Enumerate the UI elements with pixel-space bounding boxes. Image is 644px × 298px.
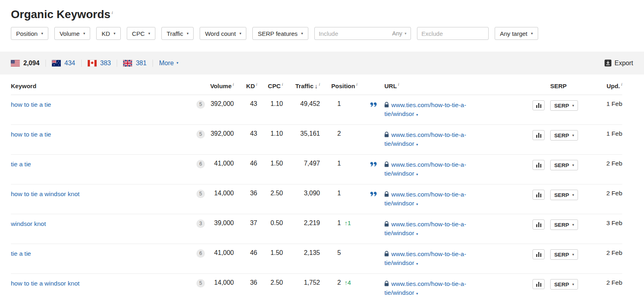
chevron-down-icon[interactable]: ▾ — [416, 262, 418, 266]
keyword-link[interactable]: how to tie a windsor knot — [11, 280, 80, 287]
filter-button-traffic[interactable]: Traffic▾ — [161, 27, 194, 40]
url-link[interactable]: www.ties.com/how-to-tie-a-tie/windsor — [384, 101, 466, 117]
country-tab-united-states[interactable]: 2,094 — [11, 60, 39, 67]
filter-button-word-count[interactable]: Word count▾ — [200, 27, 246, 40]
more-countries-dropdown[interactable]: More ▾ — [159, 60, 178, 67]
chart-cell — [488, 155, 549, 184]
country-tab-canada[interactable]: 383 — [88, 60, 111, 67]
country-keyword-count: 383 — [100, 60, 111, 67]
column-header-serp[interactable]: SERP — [549, 74, 589, 95]
position-history-chart-button[interactable] — [533, 219, 545, 230]
serp-dropdown-button[interactable]: SERP▾ — [550, 190, 578, 200]
url-link[interactable]: www.ties.com/how-to-tie-a-tie/windsor — [384, 161, 466, 177]
traffic-cell: 35,161 — [288, 125, 325, 155]
column-header-keyword[interactable]: Keyword — [11, 74, 205, 95]
serp-dropdown-button[interactable]: SERP▾ — [550, 249, 578, 260]
keyword-cell: how to tie a windsor knot — [11, 184, 191, 214]
position-history-chart-button[interactable] — [533, 160, 545, 170]
divider — [45, 60, 46, 67]
country-keyword-count: 434 — [64, 60, 75, 67]
country-keyword-count: 2,094 — [23, 60, 39, 67]
country-bar: 2,094434383381 More ▾ Export — [0, 52, 644, 74]
serp-dropdown-button[interactable]: SERP▾ — [550, 279, 578, 290]
lock-icon — [384, 221, 389, 227]
filter-button-volume[interactable]: Volume▾ — [54, 27, 91, 40]
exclude-input[interactable] — [417, 27, 489, 40]
chevron-down-icon[interactable]: ▾ — [416, 292, 418, 296]
url-link[interactable]: www.ties.com/how-to-tie-a-tie/windsor — [384, 221, 466, 236]
position-history-chart-button[interactable] — [533, 279, 545, 289]
export-button[interactable]: Export — [605, 60, 633, 67]
column-header-position[interactable]: Positioni — [325, 74, 363, 95]
country-keyword-count: 381 — [136, 60, 147, 67]
position-history-chart-button[interactable] — [533, 130, 545, 140]
chevron-down-icon[interactable]: ▾ — [416, 232, 418, 236]
kd-cell: 36 — [239, 274, 262, 298]
volume-cell: 392,000 — [205, 125, 239, 155]
serp-features-badge[interactable]: 3 — [196, 219, 205, 228]
column-header-volume[interactable]: Volumei — [205, 74, 239, 95]
any-target-dropdown[interactable]: Any target ▾ — [495, 27, 538, 40]
updated-cell: 2 Feb — [589, 274, 622, 298]
keyword-link[interactable]: windsor knot — [11, 220, 46, 227]
url-cell: www.ties.com/how-to-tie-a-tie/windsor▾ — [380, 125, 488, 155]
keywords-table: Keyword Volumei KDi CPCi Traffic↓i Posit… — [11, 74, 622, 298]
lock-icon — [384, 132, 389, 137]
column-header-updated[interactable]: Upd.i — [589, 74, 622, 95]
cpc-cell: 1.50 — [262, 155, 288, 184]
kd-cell: 36 — [239, 184, 262, 214]
keyword-link[interactable]: how to tie a tie — [11, 131, 51, 138]
include-mode-dropdown[interactable]: Any ▾ — [392, 30, 411, 37]
column-header-cpc[interactable]: CPCi — [262, 74, 288, 95]
chevron-down-icon[interactable]: ▾ — [416, 202, 418, 206]
serp-features-badge[interactable]: 5 — [196, 130, 205, 139]
cpc-cell: 1.10 — [262, 95, 288, 125]
column-header-url[interactable]: URLi — [380, 74, 488, 95]
serp-features-badge[interactable]: 6 — [196, 160, 205, 168]
keyword-link[interactable]: tie a tie — [11, 250, 31, 257]
url-link[interactable]: www.ties.com/how-to-tie-a-tie/windsor — [384, 191, 466, 207]
keyword-link[interactable]: tie a tie — [11, 161, 31, 168]
chevron-down-icon: ▾ — [83, 32, 85, 35]
australia-flag-icon — [52, 60, 61, 66]
featured-snippet-quote-icon — [370, 162, 377, 167]
country-tab-united-kingdom[interactable]: 381 — [123, 60, 147, 67]
include-input[interactable] — [315, 30, 392, 37]
keyword-link[interactable]: how to tie a tie — [11, 101, 51, 108]
chart-cell — [488, 274, 549, 298]
filter-button-position[interactable]: Position▾ — [11, 27, 48, 40]
volume-cell: 14,000 — [205, 184, 239, 214]
url-link[interactable]: www.ties.com/how-to-tie-a-tie/windsor — [384, 250, 466, 266]
chevron-down-icon[interactable]: ▾ — [416, 143, 418, 147]
volume-cell: 392,000 — [205, 95, 239, 125]
featured-snippet-cell — [363, 95, 380, 125]
updated-cell: 1 Feb — [589, 125, 622, 155]
serp-dropdown-button[interactable]: SERP▾ — [550, 160, 578, 170]
serp-dropdown-button[interactable]: SERP▾ — [550, 130, 578, 141]
chevron-down-icon: ▾ — [149, 32, 151, 35]
position-history-chart-button[interactable] — [533, 100, 545, 110]
updated-cell: 2 Feb — [589, 244, 622, 274]
serp-features-badge[interactable]: 6 — [196, 249, 205, 258]
keyword-link[interactable]: how to tie a windsor knot — [11, 190, 80, 197]
position-history-chart-button[interactable] — [533, 190, 545, 200]
serp-features-badge[interactable]: 5 — [196, 100, 205, 109]
chevron-down-icon[interactable]: ▾ — [416, 113, 418, 117]
filter-bar: Position▾Volume▾KD▾CPC▾Traffic▾Word coun… — [0, 27, 644, 40]
serp-features-badge[interactable]: 5 — [196, 190, 205, 198]
url-link[interactable]: www.ties.com/how-to-tie-a-tie/windsor — [384, 131, 466, 147]
chevron-down-icon[interactable]: ▾ — [416, 172, 418, 176]
column-header-kd[interactable]: KDi — [239, 74, 262, 95]
filter-button-kd[interactable]: KD▾ — [96, 27, 120, 40]
url-link[interactable]: www.ties.com/how-to-tie-a-tie/windsor — [384, 280, 466, 296]
filter-button-cpc[interactable]: CPC▾ — [127, 27, 155, 40]
position-history-chart-button[interactable] — [533, 249, 545, 259]
bar-chart-icon — [536, 163, 541, 168]
column-header-traffic[interactable]: Traffic↓i — [288, 74, 325, 95]
serp-dropdown-button[interactable]: SERP▾ — [550, 219, 578, 230]
serp-features-badge[interactable]: 5 — [196, 279, 205, 288]
chevron-down-icon: ▾ — [41, 32, 43, 35]
serp-dropdown-button[interactable]: SERP▾ — [550, 100, 578, 111]
country-tab-australia[interactable]: 434 — [52, 60, 75, 67]
filter-button-serp-features[interactable]: SERP features▾ — [252, 27, 308, 40]
